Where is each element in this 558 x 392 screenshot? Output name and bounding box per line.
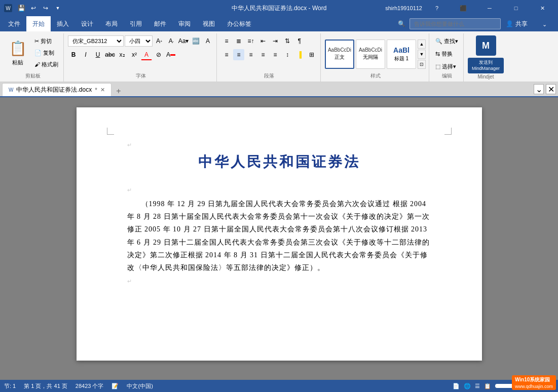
menu-home[interactable]: 开始 (26, 16, 51, 31)
menu-mailings[interactable]: 邮件 (148, 16, 172, 31)
align-center-button[interactable]: ≡ (233, 49, 244, 60)
tab-close-button[interactable]: ✕ (100, 87, 105, 93)
paragraph-group: ≡ ≣ ≡↑ ⇤ ⇥ ⇅ ¶ ≡ ≡ ≡ ≡ ≡ ↕ ▐ ⊞ 段落 (218, 33, 321, 82)
line-spacing-button[interactable]: ↕ (282, 49, 293, 60)
style-heading1[interactable]: AaBl 标题 1 (387, 40, 416, 69)
help-icon[interactable]: ? (425, 0, 449, 16)
font-content: 仿宋_GB2312 小四 A+ A- Aa▾ 🔤 A B I U abc x₂ … (68, 35, 213, 72)
font-size-select[interactable]: 小四 (125, 35, 153, 47)
highlight-button[interactable]: ⊘ (153, 49, 164, 60)
font-name-select[interactable]: 仿宋_GB2312 (68, 35, 124, 47)
ribbon-collapse-button[interactable]: ⌄ (533, 16, 556, 32)
page-label: 第 1 页，共 41 页 (24, 382, 67, 390)
menu-office-tab[interactable]: 办公标签 (221, 16, 257, 31)
underline-button[interactable]: U (92, 49, 103, 60)
menu-review[interactable]: 审阅 (172, 16, 197, 31)
view-web-button[interactable]: 🌐 (464, 383, 471, 389)
view-outline-button[interactable]: ☰ (475, 383, 480, 389)
view-print-button[interactable]: 📄 (453, 383, 460, 389)
select-icon: ⬚ (435, 63, 440, 70)
font-color-button[interactable]: A (165, 49, 176, 60)
increase-indent-button[interactable]: ⇥ (270, 35, 281, 47)
ribbon-display-button[interactable]: ⬛ (452, 0, 475, 16)
minimize-button[interactable]: ─ (478, 0, 501, 16)
menu-file[interactable]: 文件 (2, 16, 26, 31)
maximize-button[interactable]: □ (504, 0, 528, 16)
style-scroll-down[interactable]: ▼ (418, 50, 426, 59)
text-color-button[interactable]: A (141, 49, 152, 60)
align-right-button[interactable]: ≡ (245, 49, 256, 60)
decrease-indent-button[interactable]: ⇤ (257, 35, 269, 47)
show-marks-button[interactable]: ¶ (294, 35, 305, 47)
style-normal[interactable]: AaBbCcDi 正文 (325, 40, 354, 69)
subscript-button[interactable]: x₂ (117, 49, 128, 60)
para-row2: ≡ ≡ ≡ ≡ ≡ ↕ ▐ ⊞ (221, 49, 317, 60)
view-draft-button[interactable]: 📋 (484, 383, 491, 389)
share-button[interactable]: 👤 共享 (501, 16, 533, 31)
style-heading1-preview: AaBl (393, 46, 410, 54)
search-input[interactable] (410, 18, 501, 29)
paste-label: 粘贴 (12, 59, 23, 66)
style-more-button[interactable]: ⊡ (418, 60, 426, 69)
customize-button[interactable]: ▼ (53, 3, 63, 13)
find-button[interactable]: 🔍 查找▾ (433, 35, 460, 47)
increase-font-button[interactable]: A+ (154, 35, 165, 47)
menu-layout[interactable]: 布局 (99, 16, 124, 31)
paste-icon: 📋 (10, 41, 26, 57)
shading-button[interactable]: ▐ (294, 49, 305, 60)
win10-watermark: Win10系统家园www.qdhuajin.com (512, 375, 556, 390)
style-no-spacing[interactable]: AaBbCcDi 无间隔 (356, 40, 385, 69)
sort-button[interactable]: ⇅ (282, 35, 293, 47)
superscript-button[interactable]: x² (129, 49, 140, 60)
style-no-spacing-preview: AaBbCcDi (359, 47, 382, 53)
menu-design[interactable]: 设计 (75, 16, 99, 31)
menu-search-area: 🔍 (398, 16, 501, 31)
format-painter-button[interactable]: 🖌 格式刷 (32, 59, 60, 70)
close-button[interactable]: ✕ (531, 0, 554, 16)
menu-references[interactable]: 引用 (124, 16, 148, 31)
numbering-button[interactable]: ≣ (233, 35, 244, 47)
language-icon-area: 📝 (111, 383, 119, 389)
strikethrough-button[interactable]: abc (104, 49, 116, 60)
italic-button[interactable]: I (80, 49, 91, 60)
paste-button[interactable]: 📋 粘贴 (5, 35, 30, 71)
find-icon: 🔍 (435, 38, 442, 45)
select-button[interactable]: ⬚ 选择▾ (433, 61, 458, 72)
change-case-button[interactable]: Aa▾ (178, 35, 189, 47)
align-left-button[interactable]: ≡ (221, 49, 232, 60)
document-tab-active[interactable]: W 中华人民共和国证券法.docx * ✕ (2, 83, 111, 96)
cut-button[interactable]: ✂ 剪切 (32, 35, 60, 47)
replace-icon: ⇆ (435, 51, 440, 57)
replace-button[interactable]: ⇆ 替换 (433, 48, 455, 59)
document-body[interactable]: （1998 年 12 月 29 日第九届全国人民代表大会常务委员会第六次会议通过… (127, 198, 431, 274)
justify-button[interactable]: ≡ (257, 49, 269, 60)
new-tab-button[interactable]: + (114, 86, 124, 96)
borders-button[interactable]: ⊞ (306, 49, 317, 60)
font-group: 仿宋_GB2312 小四 A+ A- Aa▾ 🔤 A B I U abc x₂ … (65, 33, 217, 82)
find-label: 查找▾ (444, 37, 458, 45)
para-row1: ≡ ≣ ≡↑ ⇤ ⇥ ⇅ ¶ (221, 35, 305, 47)
window-title: 中华人民共和国证券法.docx - Word (232, 4, 327, 13)
justify-low-button[interactable]: ≡ (270, 49, 281, 60)
undo-button[interactable]: ↩ (28, 3, 39, 13)
bold-button[interactable]: B (68, 49, 79, 60)
style-scroll-arrows: ▲ ▼ ⊡ (418, 40, 426, 69)
clear-format-button[interactable]: 🔤 (190, 35, 201, 47)
menu-insert[interactable]: 插入 (51, 16, 75, 31)
title-bar: W 💾 ↩ ↪ ▼ 中华人民共和国证券法.docx - Word shirh19… (0, 0, 558, 16)
font-style-row: B I U abc x₂ x² A ⊘ A (68, 49, 176, 60)
send-to-mindmanager-button[interactable]: 发送到MindManager (468, 58, 504, 73)
save-button[interactable]: 💾 (16, 3, 26, 13)
copy-button[interactable]: 📄 复制 (32, 47, 60, 58)
text-effect-button[interactable]: A (202, 35, 213, 47)
tab-scroll-button[interactable]: ⌄ (534, 84, 544, 94)
share-icon: 👤 (506, 20, 513, 27)
close-all-tabs-button[interactable]: ✕ (546, 84, 556, 94)
decrease-font-button[interactable]: A- (166, 35, 177, 47)
search-icon: 🔍 (398, 20, 405, 27)
redo-button[interactable]: ↪ (41, 3, 51, 13)
multilevel-button[interactable]: ≡↑ (245, 35, 256, 47)
menu-view[interactable]: 视图 (197, 16, 221, 31)
bullets-button[interactable]: ≡ (221, 35, 232, 47)
style-scroll-up[interactable]: ▲ (418, 40, 426, 49)
